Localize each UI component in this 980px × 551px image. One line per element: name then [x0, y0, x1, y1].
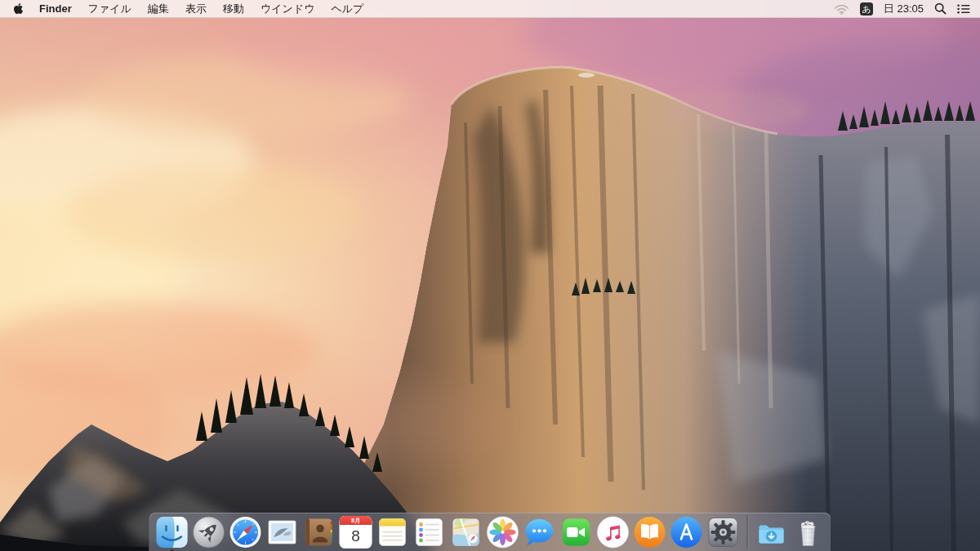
input-source-label: あ: [862, 4, 871, 14]
dock-item-contacts[interactable]: [303, 516, 336, 549]
finder-icon: [156, 516, 189, 549]
contacts-book-icon: [303, 516, 336, 549]
dock-item-mail[interactable]: [266, 516, 299, 549]
facetime-camera-icon: [560, 516, 593, 549]
dock-item-maps[interactable]: [450, 516, 483, 549]
menu-bar-left: Finder ファイル 編集 表示 移動 ウインドウ ヘルプ: [11, 0, 372, 17]
dock-item-itunes[interactable]: [597, 516, 630, 549]
menu-help[interactable]: ヘルプ: [323, 2, 372, 16]
launchpad-rocket-icon: [193, 516, 225, 549]
calendar-month-label: 8月: [340, 516, 372, 525]
active-app-name[interactable]: Finder: [31, 2, 80, 15]
dock-item-notes[interactable]: [376, 516, 409, 549]
trash-full-icon: [792, 516, 825, 549]
wifi-icon[interactable]: [834, 3, 849, 15]
dock: 8月 8: [149, 513, 831, 551]
messages-bubble-icon: [523, 516, 556, 549]
dock-item-trash[interactable]: [792, 516, 825, 549]
ibooks-icon: [634, 516, 666, 549]
photos-flower-icon: [487, 516, 519, 549]
apple-menu[interactable]: [11, 0, 31, 17]
downloads-folder-icon: [755, 516, 788, 549]
dock-item-app-store[interactable]: [670, 516, 703, 549]
dock-item-finder[interactable]: [156, 516, 189, 549]
reminders-icon: [413, 516, 446, 549]
notification-center-icon[interactable]: [957, 4, 970, 14]
dock-item-photos[interactable]: [487, 516, 519, 549]
notes-icon: [376, 516, 409, 549]
menu-view[interactable]: 表示: [177, 2, 215, 16]
dock-item-reminders[interactable]: [413, 516, 446, 549]
dock-separator: [747, 515, 748, 549]
dock-item-ibooks[interactable]: [634, 516, 666, 549]
apple-logo-icon: [13, 2, 24, 15]
dock-item-downloads[interactable]: [755, 516, 788, 549]
dock-item-launchpad[interactable]: [193, 516, 225, 549]
menu-go[interactable]: 移動: [215, 2, 252, 16]
dock-item-safari[interactable]: [229, 516, 262, 549]
menu-bar-status: あ 日 23:05: [834, 0, 970, 17]
menu-window[interactable]: ウインドウ: [252, 2, 323, 16]
calendar-day-label: 8: [340, 525, 372, 549]
mail-stamp-icon: [266, 516, 299, 549]
menu-file[interactable]: ファイル: [80, 2, 140, 16]
itunes-note-icon: [597, 516, 630, 549]
desktop: Finder ファイル 編集 表示 移動 ウインドウ ヘルプ あ 日 23:05: [0, 0, 980, 551]
spotlight-search-icon[interactable]: [934, 2, 947, 15]
dock-item-facetime[interactable]: [560, 516, 593, 549]
menu-bar: Finder ファイル 編集 表示 移動 ウインドウ ヘルプ あ 日 23:05: [0, 0, 980, 18]
dock-item-messages[interactable]: [523, 516, 556, 549]
safari-compass-icon: [229, 516, 262, 549]
wallpaper-image: [0, 0, 980, 551]
calendar-icon: 8月 8: [340, 516, 372, 549]
input-source-menu[interactable]: あ: [860, 2, 873, 16]
dock-item-calendar[interactable]: 8月 8: [340, 516, 372, 549]
dock-item-system-preferences[interactable]: [707, 516, 740, 549]
menu-edit[interactable]: 編集: [140, 2, 177, 16]
menu-bar-clock[interactable]: 日 23:05: [884, 2, 924, 16]
system-preferences-gear-icon: [707, 516, 740, 549]
app-store-icon: [670, 516, 703, 549]
maps-icon: [450, 516, 483, 549]
